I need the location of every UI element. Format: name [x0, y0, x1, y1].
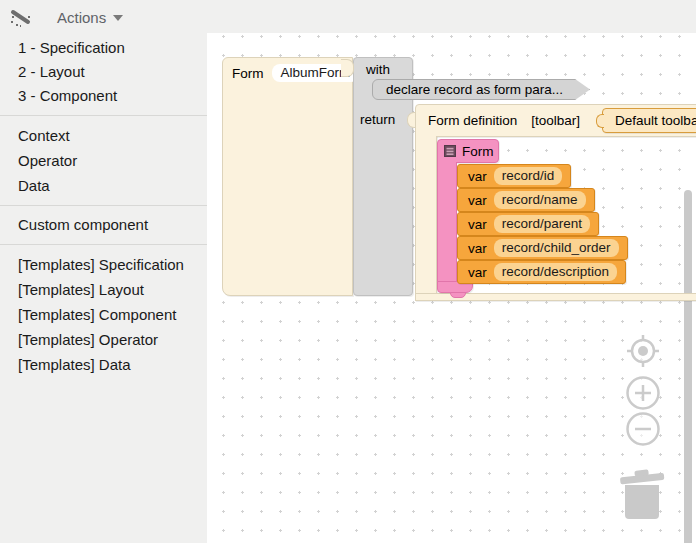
- var-block-record-parent[interactable]: var record/parent: [457, 212, 599, 236]
- sidebar-item-templates-component[interactable]: [Templates] Component: [0, 302, 207, 327]
- declare-record-collapsed-block[interactable]: declare record as form para...: [372, 79, 590, 100]
- form-block-label: Form: [232, 66, 264, 81]
- var-keyword: var: [468, 265, 487, 280]
- chevron-down-icon: [113, 15, 123, 21]
- form-component-spine[interactable]: [437, 162, 457, 282]
- actions-menu-button[interactable]: Actions: [57, 7, 123, 27]
- var-block-record-description[interactable]: var record/description: [457, 260, 626, 284]
- form-component-label: Form: [462, 144, 494, 159]
- actions-menu-label: Actions: [57, 9, 106, 26]
- sidebar-item-templates-layout[interactable]: [Templates] Layout: [0, 277, 207, 302]
- var-keyword: var: [468, 241, 487, 256]
- vertical-scrollbar[interactable]: [684, 190, 692, 543]
- sidebar-item-templates-operator[interactable]: [Templates] Operator: [0, 327, 207, 352]
- sidebar: 1 - Specification 2 - Layout 3 - Compone…: [0, 36, 207, 377]
- var-keyword: var: [468, 217, 487, 232]
- sidebar-item-data[interactable]: Data: [0, 173, 207, 198]
- sidebar-item-operator[interactable]: Operator: [0, 148, 207, 173]
- sidebar-item-specification[interactable]: 1 - Specification: [0, 36, 207, 60]
- sidebar-item-component[interactable]: 3 - Component: [0, 84, 207, 108]
- toolbar-block-output-tab: [596, 114, 604, 128]
- form-component-next-tab: [450, 292, 466, 298]
- var-block-record-id[interactable]: var record/id: [457, 164, 571, 188]
- sidebar-divider: [0, 115, 207, 116]
- form-block[interactable]: Form AlbumForm: [222, 57, 353, 296]
- var-keyword: var: [468, 193, 487, 208]
- var-block-record-child-order[interactable]: var record/child_order: [457, 236, 628, 260]
- var-keyword: var: [468, 169, 487, 184]
- sidebar-item-custom-component[interactable]: Custom component: [0, 213, 207, 237]
- var-name-field[interactable]: record/child_order: [494, 239, 619, 257]
- var-name-field[interactable]: record/name: [494, 191, 586, 209]
- default-toolbar-block[interactable]: Default toolbar: [602, 108, 696, 133]
- zoom-out-button[interactable]: [626, 412, 660, 446]
- form-definition-spine[interactable]: [415, 136, 437, 294]
- crosshair-target-icon[interactable]: [626, 334, 660, 368]
- form-definition-label: Form definition: [428, 113, 517, 128]
- var-name-field[interactable]: record/id: [494, 167, 563, 185]
- form-icon: [444, 145, 456, 157]
- var-name-field[interactable]: record/parent: [494, 215, 590, 233]
- zoom-in-button[interactable]: [626, 376, 660, 410]
- sidebar-divider: [0, 244, 207, 245]
- toolbar-param-label: [toolbar]: [531, 113, 580, 128]
- sidebar-divider: [0, 205, 207, 206]
- form-block-output-tab: [341, 59, 354, 77]
- block-workspace-canvas[interactable]: Form AlbumForm with return declare recor…: [207, 33, 696, 543]
- var-block-record-name[interactable]: var record/name: [457, 188, 595, 212]
- return-label: return: [360, 112, 395, 127]
- default-toolbar-label: Default toolbar: [615, 113, 696, 128]
- trash-can-icon[interactable]: [615, 463, 671, 523]
- sidebar-item-layout[interactable]: 2 - Layout: [0, 60, 207, 84]
- form-component-block[interactable]: Form: [437, 139, 499, 163]
- sidebar-item-templates-data[interactable]: [Templates] Data: [0, 352, 207, 377]
- form-definition-block[interactable]: Form definition [toolbar] Default toolba…: [415, 104, 696, 137]
- with-label: with: [366, 62, 390, 77]
- magic-wand-icon[interactable]: [8, 5, 32, 29]
- sidebar-item-context[interactable]: Context: [0, 123, 207, 148]
- sidebar-item-templates-specification[interactable]: [Templates] Specification: [0, 252, 207, 277]
- var-name-field[interactable]: record/description: [494, 263, 617, 281]
